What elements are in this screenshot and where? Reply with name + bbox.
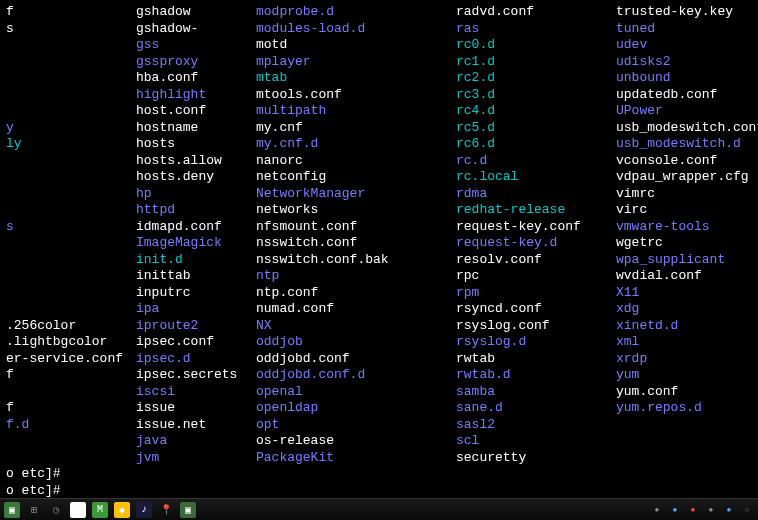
pin-icon[interactable]: 📍	[158, 502, 174, 518]
ls-entry: rsyslog.d	[456, 334, 616, 351]
ls-entry: nfsmount.conf	[256, 219, 456, 236]
ls-entry: openal	[256, 384, 456, 401]
ls-entry: xml	[616, 334, 758, 351]
ls-entry: nsswitch.conf	[256, 235, 456, 252]
ls-entry: resolv.conf	[456, 252, 616, 269]
ls-entry: gshadow	[136, 4, 256, 21]
ls-entry	[6, 103, 136, 120]
ls-entry	[6, 169, 136, 186]
ls-entry: init.d	[136, 252, 256, 269]
ls-entry: oddjobd.conf	[256, 351, 456, 368]
ls-column-3: modprobe.dmodules-load.dmotdmplayermtabm…	[256, 4, 456, 466]
ls-entry: yum.conf	[616, 384, 758, 401]
ls-entry: my.cnf	[256, 120, 456, 137]
ls-entry: unbound	[616, 70, 758, 87]
ls-entry: rc3.d	[456, 87, 616, 104]
terminal-output[interactable]: fs yly s .256color.lightbgcolorer-servic…	[0, 0, 758, 498]
shell-prompt: o etc]#	[6, 483, 752, 499]
ls-entry: request-key.d	[456, 235, 616, 252]
ls-entry: f	[6, 4, 136, 21]
ls-entry: ipsec.secrets	[136, 367, 256, 384]
yellow-icon[interactable]: ◆	[114, 502, 130, 518]
ls-entry: httpd	[136, 202, 256, 219]
ls-entry: xrdp	[616, 351, 758, 368]
ls-entry: ntp	[256, 268, 456, 285]
ls-entry	[6, 285, 136, 302]
ls-entry: rpc	[456, 268, 616, 285]
ls-entry: networks	[256, 202, 456, 219]
ls-entry	[6, 235, 136, 252]
tray-icon-6[interactable]: ○	[740, 503, 754, 517]
tray-icon-2[interactable]: ●	[668, 503, 682, 517]
chrome-icon[interactable]: ◉	[70, 502, 86, 518]
ls-entry	[6, 70, 136, 87]
ls-entry: .lightbgcolor	[6, 334, 136, 351]
ls-entry	[6, 384, 136, 401]
applications-menu[interactable]: ▣	[4, 502, 20, 518]
ls-entry: xdg	[616, 301, 758, 318]
ls-entry: hba.conf	[136, 70, 256, 87]
ls-entry: rc4.d	[456, 103, 616, 120]
clock-icon[interactable]: ◷	[48, 502, 64, 518]
ls-entry: rwtab	[456, 351, 616, 368]
terminal-icon[interactable]: ▣	[180, 502, 196, 518]
ls-column-2: gshadowgshadow-gssgssproxyhba.confhighli…	[136, 4, 256, 466]
ls-entry: .256color	[6, 318, 136, 335]
ls-entry: rsyncd.conf	[456, 301, 616, 318]
ls-entry: redhat-release	[456, 202, 616, 219]
ls-entry: wpa_supplicant	[616, 252, 758, 269]
ls-entry: modules-load.d	[256, 21, 456, 38]
ls-entry: mtab	[256, 70, 456, 87]
ls-entry: rc0.d	[456, 37, 616, 54]
ls-entry: numad.conf	[256, 301, 456, 318]
ls-entry: hosts	[136, 136, 256, 153]
ls-entry: yum.repos.d	[616, 400, 758, 417]
ls-entry: vmware-tools	[616, 219, 758, 236]
ls-entry	[6, 153, 136, 170]
ls-entry: virc	[616, 202, 758, 219]
ls-entry: s	[6, 21, 136, 38]
ls-entry: gss	[136, 37, 256, 54]
ls-listing-columns: fs yly s .256color.lightbgcolorer-servic…	[6, 4, 752, 466]
ls-entry: motd	[256, 37, 456, 54]
ls-entry: sane.d	[456, 400, 616, 417]
tray-icon-4[interactable]: ●	[704, 503, 718, 517]
shell-prompt: o etc]#	[6, 466, 752, 483]
ls-entry: openldap	[256, 400, 456, 417]
ls-entry: hosts.deny	[136, 169, 256, 186]
ls-entry: hosts.allow	[136, 153, 256, 170]
ls-entry: NetworkManager	[256, 186, 456, 203]
ls-entry: xinetd.d	[616, 318, 758, 335]
ls-entry: highlight	[136, 87, 256, 104]
ls-entry: host.conf	[136, 103, 256, 120]
ls-entry: vdpau_wrapper.cfg	[616, 169, 758, 186]
ls-entry: idmapd.conf	[136, 219, 256, 236]
ls-entry: rsyslog.conf	[456, 318, 616, 335]
ls-entry: udisks2	[616, 54, 758, 71]
window-list-icon[interactable]: ⊞	[26, 502, 42, 518]
ls-entry: os-release	[256, 433, 456, 450]
ls-entry: rc5.d	[456, 120, 616, 137]
ls-entry: issue.net	[136, 417, 256, 434]
ls-entry: issue	[136, 400, 256, 417]
ls-entry: rwtab.d	[456, 367, 616, 384]
m-icon[interactable]: M	[92, 502, 108, 518]
tray-icon-5[interactable]: ●	[722, 503, 736, 517]
ls-entry: jvm	[136, 450, 256, 467]
tray-icon-1[interactable]: ●	[650, 503, 664, 517]
taskbar: ▣⊞◷◉M◆♪📍▣ ●●●●●○	[0, 498, 758, 520]
ls-entry: scl	[456, 433, 616, 450]
ls-entry: usb_modeswitch.conf	[616, 120, 758, 137]
music-icon[interactable]: ♪	[136, 502, 152, 518]
ls-entry	[6, 37, 136, 54]
ls-entry: ntp.conf	[256, 285, 456, 302]
ls-entry: request-key.conf	[456, 219, 616, 236]
ls-entry: opt	[256, 417, 456, 434]
ls-entry: PackageKit	[256, 450, 456, 467]
ls-entry: wvdial.conf	[616, 268, 758, 285]
ls-entry: nsswitch.conf.bak	[256, 252, 456, 269]
ls-entry: oddjobd.conf.d	[256, 367, 456, 384]
ls-entry: modprobe.d	[256, 4, 456, 21]
tray-icon-3[interactable]: ●	[686, 503, 700, 517]
ls-entry: updatedb.conf	[616, 87, 758, 104]
